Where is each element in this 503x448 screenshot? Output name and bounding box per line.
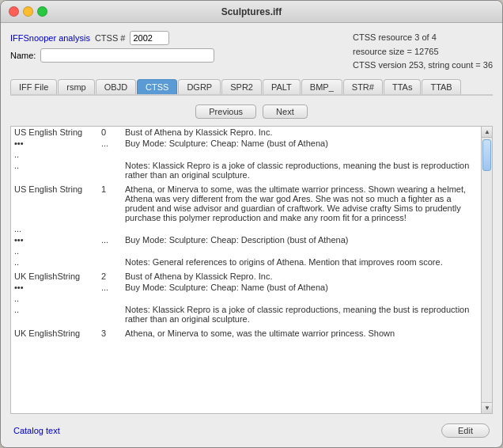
scroll-down-arrow[interactable]: ▼ — [482, 402, 493, 413]
table-row: .. — [11, 245, 481, 256]
tab-ctss[interactable]: CTSS — [137, 79, 177, 94]
row-11-col3 — [122, 293, 481, 304]
table-row: .. — [11, 149, 481, 160]
row-9-col3: Bust of Athena by Klassick Repro. Inc. — [122, 271, 481, 282]
top-section: IFFSnooper analysis CTSS # Name: CTSS re… — [10, 31, 493, 73]
tab-dgrp[interactable]: DGRP — [178, 79, 221, 94]
resource-size-info: resource size = 12765 — [353, 45, 493, 59]
row-3-col2 — [98, 160, 122, 180]
scrollbar[interactable]: ▲ ▼ — [481, 127, 492, 413]
table-row: .. Notes: General references to origins … — [11, 256, 481, 268]
name-input[interactable] — [40, 48, 214, 63]
name-label: Name: — [10, 51, 36, 60]
data-table: US English String 0 Bust of Athena by Kl… — [11, 127, 481, 339]
row-6-col1: ••• — [11, 234, 98, 245]
table-row: ••• ... Buy Mode: Sculpture: Cheap: Name… — [11, 282, 481, 293]
minimize-button[interactable] — [23, 6, 33, 17]
previous-button[interactable]: Previous — [195, 104, 256, 119]
row-13-col2: 3 — [98, 328, 122, 339]
row-1-col1: ••• — [11, 138, 98, 149]
row-11-col1: .. — [11, 293, 98, 304]
scroll-thumb-area — [482, 138, 492, 402]
row-2-col2 — [98, 149, 122, 160]
tab-palt[interactable]: PALT — [263, 79, 301, 94]
window-title: Sculptures.iff — [221, 6, 282, 17]
ctss-version-info: CTSS version 253, string count = 36 — [353, 59, 493, 73]
row-9-col1: UK EnglishString — [11, 271, 98, 282]
analysis-row: IFFSnooper analysis CTSS # — [10, 31, 345, 45]
table-row: UK EnglishString 2 Bust of Athena by Kla… — [11, 271, 481, 282]
tab-ttas[interactable]: TTAs — [384, 79, 421, 94]
catalog-text-label[interactable]: Catalog text — [13, 426, 60, 435]
nav-row: Previous Next — [10, 101, 493, 121]
name-row: Name: — [10, 48, 345, 63]
title-bar: Sculptures.iff — [1, 1, 502, 23]
row-10-col3: Buy Mode: Sculpture: Cheap: Name (bust o… — [122, 282, 481, 293]
left-info: IFFSnooper analysis CTSS # Name: — [10, 31, 345, 73]
tab-spr2[interactable]: SPR2 — [221, 79, 262, 94]
close-button[interactable] — [9, 6, 19, 17]
row-6-col3: Buy Mode: Sculpture: Cheap: Description … — [122, 234, 481, 245]
table-row: UK EnglishString 3 Athena, or Minerva to… — [11, 328, 481, 339]
table-scroll[interactable]: US English String 0 Bust of Athena by Kl… — [11, 127, 481, 413]
scroll-thumb[interactable] — [482, 139, 491, 171]
table-row: .. Notes: Klassick Repro is a joke of cl… — [11, 160, 481, 180]
row-1-col3: Buy Mode: Sculpture: Cheap: Name (bust o… — [122, 138, 481, 149]
row-11-col2 — [98, 293, 122, 304]
table-row: US English String 1 Athena, or Minerva t… — [11, 184, 481, 223]
traffic-lights — [9, 6, 47, 17]
row-12-col2 — [98, 304, 122, 325]
tab-ttab[interactable]: TTAB — [422, 79, 460, 94]
row-10-col2: ... — [98, 282, 122, 293]
ctss-resource-info: CTSS resource 3 of 4 — [353, 31, 493, 45]
edit-button[interactable]: Edit — [441, 423, 490, 438]
tab-rsmp[interactable]: rsmp — [58, 79, 94, 94]
tab-objd[interactable]: OBJD — [96, 79, 136, 94]
row-4-col2: 1 — [98, 184, 122, 223]
row-12-col1: .. — [11, 304, 98, 325]
tab-str[interactable]: STR# — [343, 79, 383, 94]
row-2-col1: .. — [11, 149, 98, 160]
row-0-col1: US English String — [11, 127, 98, 138]
right-info: CTSS resource 3 of 4 resource size = 127… — [353, 31, 493, 73]
row-5-col2 — [98, 223, 122, 234]
table-row: .. Notes: Klassick Repro is a joke of cl… — [11, 304, 481, 325]
row-0-col2: 0 — [98, 127, 122, 138]
row-8-col1: .. — [11, 256, 98, 268]
tab-bmp[interactable]: BMP_ — [301, 79, 342, 94]
ctss-label: CTSS # — [95, 33, 126, 43]
row-0-col3: Bust of Athena by Klassick Repro. Inc. — [122, 127, 481, 138]
table-row: .. — [11, 293, 481, 304]
scroll-up-arrow[interactable]: ▲ — [482, 127, 493, 138]
row-12-col3: Notes: Klassick Repro is a joke of class… — [122, 304, 481, 325]
row-13-col3: Athena, or Minerva to some, was the ulti… — [122, 328, 481, 339]
row-7-col3 — [122, 245, 481, 256]
row-3-col3: Notes: Klassick Repro is a joke of class… — [122, 160, 481, 180]
row-8-col3: Notes: General references to origins of … — [122, 256, 481, 268]
next-button[interactable]: Next — [263, 104, 308, 119]
table-row: US English String 0 Bust of Athena by Kl… — [11, 127, 481, 138]
row-7-col2 — [98, 245, 122, 256]
row-8-col2 — [98, 256, 122, 268]
row-1-col2: ... — [98, 138, 122, 149]
table-row: ••• ... Buy Mode: Sculpture: Cheap: Desc… — [11, 234, 481, 245]
maximize-button[interactable] — [37, 6, 47, 17]
row-2-col3 — [122, 149, 481, 160]
row-10-col1: ••• — [11, 282, 98, 293]
content-area: IFFSnooper analysis CTSS # Name: CTSS re… — [1, 23, 502, 447]
row-4-col1: US English String — [11, 184, 98, 223]
bottom-bar: Catalog text Edit — [10, 419, 493, 441]
row-5-col3 — [122, 223, 481, 234]
main-window: Sculptures.iff IFFSnooper analysis CTSS … — [0, 0, 503, 448]
tab-iff-file[interactable]: IFF File — [10, 79, 57, 94]
row-4-col3: Athena, or Minerva to some, was the ulti… — [122, 184, 481, 223]
table-container: US English String 0 Bust of Athena by Kl… — [10, 126, 493, 414]
analysis-label: IFFSnooper analysis — [10, 33, 90, 43]
tabs-bar: IFF File rsmp OBJD CTSS DGRP SPR2 PALT B… — [10, 79, 493, 96]
row-3-col1: .. — [11, 160, 98, 180]
row-7-col1: .. — [11, 245, 98, 256]
table-row: ••• ... Buy Mode: Sculpture: Cheap: Name… — [11, 138, 481, 149]
ctss-number-input[interactable] — [130, 31, 169, 45]
table-row: ... — [11, 223, 481, 234]
row-6-col2: ... — [98, 234, 122, 245]
